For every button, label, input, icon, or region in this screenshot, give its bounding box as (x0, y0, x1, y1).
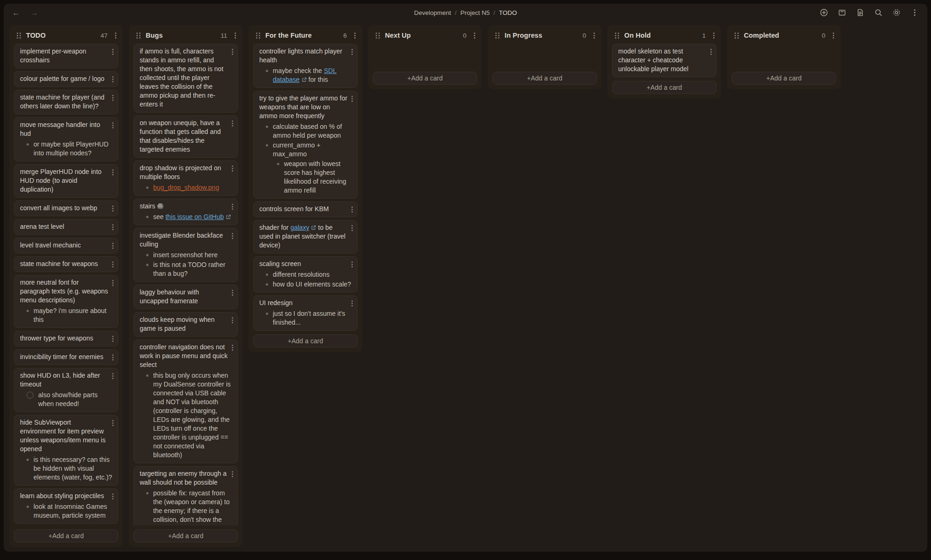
card-menu-icon[interactable] (112, 224, 114, 230)
card-menu-icon[interactable] (112, 205, 114, 212)
card[interactable]: colour palette for game / logo (14, 71, 118, 87)
card[interactable]: thrower type for weapons (14, 331, 118, 347)
add-card-button[interactable]: +Add a card (612, 81, 716, 94)
card[interactable]: controller lights match player healthmay… (253, 44, 358, 88)
card[interactable]: try to give the player ammo for weapons … (253, 91, 358, 199)
card-menu-icon[interactable] (232, 165, 233, 172)
drag-handle-icon[interactable] (256, 32, 261, 39)
card-menu-icon[interactable] (232, 233, 233, 239)
column-menu-icon[interactable] (115, 32, 116, 39)
card-menu-icon[interactable] (112, 420, 114, 426)
add-card-button[interactable]: +Add a card (732, 72, 836, 85)
card[interactable]: clouds keep moving when game is paused (134, 312, 238, 337)
card-menu-icon[interactable] (351, 225, 353, 231)
card[interactable]: move message handler into hudor maybe sp… (14, 117, 118, 161)
card-menu-icon[interactable] (112, 76, 114, 82)
card[interactable]: UI redesignjust so I don't assume it's f… (253, 295, 358, 331)
card[interactable]: controls screen for KBM (253, 201, 358, 217)
add-card-button[interactable]: +Add a card (373, 72, 477, 85)
drag-handle-icon[interactable] (615, 32, 620, 39)
card-menu-icon[interactable] (232, 289, 233, 296)
card-menu-icon[interactable] (351, 300, 353, 307)
card[interactable]: state machine for weapons (14, 256, 118, 272)
card[interactable]: drop shadow is projected on multiple flo… (134, 160, 238, 196)
card-menu-icon[interactable] (112, 280, 114, 286)
add-card-button[interactable]: +Add a card (134, 529, 238, 542)
card-menu-icon[interactable] (112, 335, 114, 342)
card[interactable]: convert all images to webp (14, 200, 118, 216)
add-card-button[interactable]: +Add a card (14, 529, 118, 542)
archive-icon[interactable] (838, 8, 846, 17)
card[interactable]: model skeleton as test character + cheat… (612, 44, 716, 77)
card-link[interactable]: this issue on GitHub (165, 213, 223, 220)
card-menu-icon[interactable] (112, 261, 114, 267)
card[interactable]: on weapon unequip, have a function that … (134, 115, 238, 158)
drag-handle-icon[interactable] (495, 32, 500, 39)
card-menu-icon[interactable] (232, 471, 233, 477)
card[interactable]: implement per-weapon crosshairs (14, 44, 118, 68)
card[interactable]: stairssee this issue on GitHub (134, 199, 238, 225)
settings-icon[interactable] (892, 8, 901, 17)
notes-icon[interactable] (856, 8, 864, 17)
card[interactable]: shader for galaxy to be used in planet s… (253, 220, 358, 253)
column-menu-icon[interactable] (713, 32, 715, 39)
column-menu-icon[interactable] (474, 32, 475, 39)
search-icon[interactable] (874, 8, 883, 17)
back-arrow-icon[interactable]: ← (12, 9, 20, 17)
card-link[interactable]: galaxy (290, 224, 309, 231)
drag-handle-icon[interactable] (376, 32, 380, 39)
card-link[interactable]: bug_drop_shadow.png (153, 184, 219, 191)
card[interactable]: more neutral font for paragraph texts (e… (14, 275, 118, 328)
drag-handle-icon[interactable] (735, 32, 739, 39)
card[interactable]: state machine for player (and others lat… (14, 90, 118, 114)
drag-handle-icon[interactable] (136, 32, 141, 39)
card-menu-icon[interactable] (232, 344, 233, 351)
add-icon[interactable] (820, 8, 828, 17)
external-link-icon[interactable] (311, 225, 316, 230)
card-menu-icon[interactable] (351, 95, 353, 102)
card-menu-icon[interactable] (112, 94, 114, 101)
card-menu-icon[interactable] (351, 48, 353, 55)
checkbox-circle[interactable] (27, 392, 34, 399)
card[interactable]: if ammo is full, characters stands in am… (134, 44, 238, 113)
column-menu-icon[interactable] (594, 32, 595, 39)
drag-handle-icon[interactable] (17, 32, 21, 39)
more-icon[interactable] (911, 8, 919, 17)
card-menu-icon[interactable] (232, 120, 233, 127)
card-menu-icon[interactable] (112, 48, 114, 55)
column-menu-icon[interactable] (833, 32, 834, 39)
card[interactable]: show HUD on L3, hide after timeoutalso s… (14, 368, 118, 412)
card-menu-icon[interactable] (351, 261, 353, 267)
column-menu-icon[interactable] (354, 32, 356, 39)
card-menu-icon[interactable] (112, 122, 114, 128)
card-menu-icon[interactable] (112, 493, 114, 500)
card[interactable]: laggy behaviour with uncapped framerate (134, 285, 238, 309)
card[interactable]: merge PlayerHUD node into HUD node (to a… (14, 164, 118, 198)
breadcrumb-item-development[interactable]: Development (414, 9, 452, 16)
card-menu-icon[interactable] (232, 203, 233, 210)
card-menu-icon[interactable] (351, 206, 353, 213)
card[interactable]: investigate Blender backface cullinginse… (134, 228, 238, 282)
add-card-button[interactable]: +Add a card (253, 334, 358, 347)
card[interactable]: scaling screendifferent resolutionshow d… (253, 256, 358, 293)
card[interactable]: arena test level (14, 219, 118, 235)
card-menu-icon[interactable] (710, 48, 712, 55)
card-menu-icon[interactable] (112, 354, 114, 360)
card[interactable]: hide SubViewport environment for item pr… (14, 415, 118, 486)
card-menu-icon[interactable] (232, 317, 233, 323)
card-menu-icon[interactable] (112, 373, 114, 379)
card[interactable]: learn about styling projectileslook at I… (14, 488, 118, 524)
card[interactable]: invincibility timer for enemies (14, 349, 118, 365)
card-menu-icon[interactable] (232, 48, 233, 55)
card[interactable]: controller navigation does not work in p… (134, 340, 238, 463)
forward-arrow-icon[interactable]: → (30, 9, 38, 17)
column-menu-icon[interactable] (235, 32, 236, 39)
add-card-button[interactable]: +Add a card (492, 72, 597, 85)
card-menu-icon[interactable] (112, 242, 114, 249)
card[interactable]: targetting an enemy through a wall shoul… (134, 466, 238, 526)
breadcrumb-item-board[interactable]: TODO (499, 9, 517, 16)
breadcrumb-item-project[interactable]: Project N5 (460, 9, 490, 16)
external-link-icon[interactable] (226, 214, 231, 220)
external-link-icon[interactable] (302, 77, 307, 82)
card[interactable]: level travel mechanic (14, 238, 118, 253)
